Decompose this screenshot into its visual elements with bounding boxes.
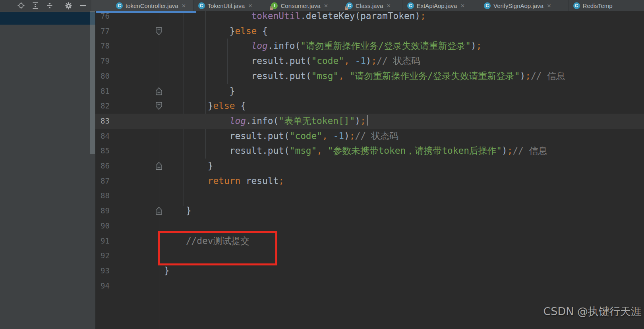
text-caret [367, 115, 368, 126]
tab-tokencontroller-java[interactable]: CtokenController.java× [91, 0, 193, 11]
line-number: 81 [95, 84, 110, 99]
line-number: 77 [95, 24, 110, 39]
code-row: 78 log.info("请勿重新操作业务/登录失效请重新登录"); [95, 39, 644, 54]
tab-list: CtokenController.java×CTokenUtil.java×IC… [91, 0, 644, 11]
red-highlight-box [158, 231, 277, 265]
tab-verifysignaop-java[interactable]: CVerifySignAop.java× [479, 0, 569, 11]
line-number: 93 [95, 263, 110, 279]
line-number: 94 [95, 279, 110, 294]
code-line-85[interactable]: result.put("msg", "参数未携带token，请携带token后操… [164, 143, 547, 159]
collapse-all-icon[interactable] [45, 2, 54, 10]
code-row: 86 } [95, 159, 644, 174]
code-line-93[interactable]: } [164, 263, 170, 279]
code-row: 87 return result; [95, 174, 644, 189]
hide-panel-icon[interactable] [79, 2, 87, 10]
collapse-bottom-fold-icon[interactable] [155, 87, 163, 97]
code-row: 89 } [95, 203, 644, 219]
code-editor[interactable]: 76 tokenUtil.deleteKey(paramToken);77 }e… [95, 11, 644, 329]
code-line-77[interactable]: }else { [164, 24, 268, 39]
tab-extapiaop-java[interactable]: CExtApiAop.java× [402, 0, 479, 11]
code-line-89[interactable]: } [164, 203, 191, 219]
line-number: 92 [95, 248, 110, 263]
tab-label: VerifySignAop.java [493, 2, 543, 9]
tab-label: TokenUtil.java [208, 2, 245, 9]
tab-label: Class.java [356, 2, 383, 9]
code-line-87[interactable]: return result; [164, 174, 284, 189]
class-icon: C [198, 2, 205, 9]
editor-rows: 76 tokenUtil.deleteKey(paramToken);77 }e… [95, 11, 644, 329]
line-number: 90 [95, 219, 110, 234]
close-tab-icon[interactable]: × [460, 2, 464, 9]
close-tab-icon[interactable]: × [248, 2, 252, 9]
code-row: 84 result.put("code", -1);// 状态码 [95, 129, 644, 144]
ide-window: { "topbar": { "toolbar_icons": [ {"name"… [0, 0, 644, 329]
line-number: 88 [95, 188, 110, 203]
collapse-bottom-fold-icon[interactable] [155, 162, 163, 172]
tab-class-java[interactable]: CClass.java× [341, 0, 402, 11]
line-number: 85 [95, 143, 110, 159]
code-line-86[interactable]: } [164, 159, 213, 174]
expand-all-icon[interactable] [31, 2, 39, 10]
class-icon: C [407, 2, 414, 9]
code-line-82[interactable]: }else { [164, 99, 246, 114]
line-number: 87 [95, 174, 110, 189]
close-tab-icon[interactable]: × [324, 2, 328, 9]
code-row: 79 result.put("code", -1);// 状态码 [95, 54, 644, 69]
class-icon: C [116, 2, 123, 9]
sidebar-scrollbar-thumb[interactable] [90, 11, 95, 154]
close-tab-icon[interactable]: × [387, 2, 391, 9]
watermark: CSDN @执键行天涯 [543, 304, 642, 319]
code-row: 85 result.put("msg", "参数未携带token，请携带toke… [95, 143, 644, 159]
interface-icon: I [271, 2, 278, 9]
tab-redistemp[interactable]: CRedisTemp [569, 0, 644, 11]
code-line-79[interactable]: result.put("code", -1);// 状态码 [164, 54, 420, 69]
tab-label: Consumer.java [280, 2, 320, 9]
code-line-81[interactable]: } [164, 84, 235, 99]
code-row: 83 log.info("表单无token[]"); [95, 114, 644, 129]
active-tab-indicator [96, 11, 196, 13]
code-line-76[interactable]: tokenUtil.deleteKey(paramToken); [164, 11, 426, 24]
class-icon: C [484, 2, 491, 9]
line-number: 89 [95, 203, 110, 219]
close-tab-icon[interactable]: × [182, 2, 186, 9]
class-icon: C [346, 2, 353, 9]
code-line-84[interactable]: result.put("code", -1);// 状态码 [164, 129, 398, 144]
code-row: 80 result.put("msg", "请勿重新操作业务/登录失效请重新登录… [95, 69, 644, 84]
tab-label: tokenController.java [126, 2, 178, 9]
tab-label: RedisTemp [583, 2, 613, 9]
line-number: 83 [95, 114, 110, 129]
tab-tokenutil-java[interactable]: CTokenUtil.java× [193, 0, 267, 11]
line-number: 86 [95, 159, 110, 174]
top-bar: CtokenController.java×CTokenUtil.java×IC… [0, 0, 644, 11]
panel-toolbar [0, 0, 91, 11]
line-number: 80 [95, 69, 110, 84]
code-line-80[interactable]: result.put("msg", "请勿重新操作业务/登录失效请重新登录");… [164, 69, 565, 84]
line-number: 84 [95, 129, 110, 144]
collapse-top-fold-icon[interactable] [155, 27, 163, 37]
project-panel[interactable] [0, 11, 95, 329]
locate-icon[interactable] [17, 2, 25, 10]
close-tab-icon[interactable]: × [547, 2, 551, 9]
collapse-bottom-fold-icon[interactable] [155, 207, 163, 217]
code-line-78[interactable]: log.info("请勿重新操作业务/登录失效请重新登录"); [164, 39, 482, 54]
lock-badge-icon [345, 8, 348, 10]
code-row: 93} [95, 263, 644, 279]
lock-badge-icon [270, 8, 273, 10]
line-number: 78 [95, 39, 110, 54]
code-row: 77 }else { [95, 24, 644, 39]
settings-gear-icon[interactable] [64, 2, 73, 10]
line-number: 91 [95, 234, 110, 249]
code-row: 82 }else { [95, 99, 644, 114]
line-number: 79 [95, 54, 110, 69]
tab-consumer-java[interactable]: IConsumer.java× [266, 0, 341, 11]
line-number: 82 [95, 99, 110, 114]
code-row: 81 } [95, 84, 644, 99]
class-icon: C [573, 2, 580, 9]
code-line-83[interactable]: log.info("表单无token[]"); [164, 114, 367, 129]
code-row: 94 [95, 279, 644, 294]
collapse-top-fold-icon[interactable] [155, 102, 163, 112]
toolbar-separator [59, 2, 59, 10]
code-row: 88 [95, 188, 644, 203]
selected-tree-item[interactable] [0, 12, 95, 25]
tab-label: ExtApiAop.java [417, 2, 457, 9]
